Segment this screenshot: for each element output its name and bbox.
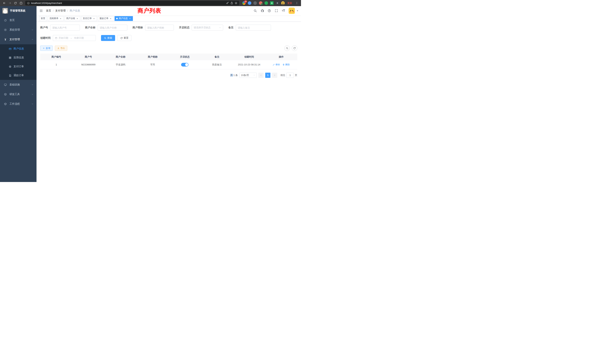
breadcrumb-home[interactable]: 首页 bbox=[46, 9, 51, 12]
sidebar-item-refund-order[interactable]: 退款订单 bbox=[0, 71, 36, 80]
remark-input-field[interactable] bbox=[238, 26, 269, 29]
export-button[interactable]: 导出 bbox=[55, 46, 67, 51]
sidebar-item-home[interactable]: 首页 bbox=[0, 15, 36, 25]
status-select[interactable]: 请选择开启状态 bbox=[192, 25, 223, 31]
bookmark-star-icon[interactable] bbox=[235, 2, 237, 4]
browser-back-icon[interactable] bbox=[2, 1, 7, 6]
col-merchant-no: 商户号 bbox=[72, 54, 104, 60]
edit-link-label: 修改 bbox=[275, 63, 280, 66]
sidebar-item-pay[interactable]: 支付管理 bbox=[0, 35, 36, 44]
extension-icon-1[interactable]: 10 bbox=[242, 1, 246, 5]
extension-icon-2[interactable] bbox=[248, 1, 251, 5]
chevron-down-icon bbox=[31, 93, 33, 96]
extension-icon-5[interactable] bbox=[265, 1, 268, 5]
sidebar-item-pay-order[interactable]: 支付订单 bbox=[0, 62, 36, 71]
tab-user-group[interactable]: 用户分组 × bbox=[64, 16, 80, 21]
extension-icon-6[interactable] bbox=[270, 1, 274, 5]
avatar-caret-icon[interactable] bbox=[297, 10, 298, 11]
merchant-no-input-field[interactable] bbox=[52, 26, 78, 29]
sidebar-item-devtools[interactable]: 研发工具 bbox=[0, 89, 36, 99]
remark-input[interactable] bbox=[236, 25, 271, 31]
cell-remark: 我是备注 bbox=[201, 60, 233, 69]
field-label: 商户号 bbox=[40, 26, 50, 29]
chevron-down-icon bbox=[219, 26, 221, 29]
browser-update-button[interactable]: 更新 bbox=[287, 1, 292, 5]
cell-create-time: 2021-10-23 08:31:14 bbox=[233, 60, 265, 69]
site-info-icon[interactable] bbox=[27, 2, 30, 4]
cell-full-name: 芋道源码 bbox=[105, 60, 137, 69]
delete-link[interactable]: 删除 bbox=[282, 63, 290, 66]
grid-icon bbox=[9, 56, 11, 59]
table-header-row: 商户编号 商户号 商户全称 商户简称 开启状态 备注 创建时间 操作 bbox=[40, 54, 297, 60]
tab-process-form[interactable]: 流程表单 × bbox=[48, 16, 64, 21]
full-name-input-field[interactable] bbox=[100, 26, 125, 29]
col-actions: 操作 bbox=[265, 54, 297, 60]
sidebar-item-workflow[interactable]: 工作流程 bbox=[0, 99, 36, 109]
close-icon[interactable]: × bbox=[129, 17, 131, 20]
page-size-select[interactable]: 10条/页 bbox=[239, 73, 257, 78]
sidebar-item-label: 研发工具 bbox=[10, 93, 20, 96]
status-toggle[interactable] bbox=[181, 63, 189, 66]
github-icon[interactable] bbox=[259, 7, 265, 14]
fullscreen-icon[interactable] bbox=[273, 7, 279, 14]
field-label: 商户全称 bbox=[85, 26, 98, 29]
goto-page-input[interactable] bbox=[286, 73, 294, 78]
close-icon[interactable]: × bbox=[93, 17, 95, 20]
tab-home[interactable]: 首页 bbox=[39, 16, 47, 21]
prev-page-button[interactable] bbox=[258, 73, 264, 78]
merchant-no-input[interactable] bbox=[50, 25, 80, 31]
sidebar-item-label: 工作流程 bbox=[10, 102, 20, 106]
browser-reload-icon[interactable] bbox=[13, 1, 18, 6]
sidebar-logo[interactable]: 芋道管理系统 bbox=[0, 6, 36, 15]
close-icon[interactable]: × bbox=[109, 17, 112, 20]
monitor-icon bbox=[4, 83, 7, 86]
password-key-icon[interactable] bbox=[226, 2, 229, 4]
date-range-picker[interactable]: 开始日期 - 结束日期 bbox=[53, 35, 96, 41]
full-name-input[interactable] bbox=[98, 25, 127, 31]
extension-icon-8[interactable] bbox=[281, 1, 285, 5]
tab-refund-order[interactable]: 退款订单 × bbox=[98, 16, 114, 21]
extension-icon-7[interactable] bbox=[276, 1, 279, 5]
sidebar-item-label: 支付订单 bbox=[13, 65, 24, 68]
tab-merchant-info[interactable]: 商户信息 × bbox=[115, 16, 133, 21]
table-row: 1 M233666999 芋道源码 芋艿 我是备注 2021-10-23 08:… bbox=[40, 60, 297, 69]
page-content: 商户号 商户全称 商户简称 bbox=[36, 22, 301, 182]
browser-home-icon[interactable] bbox=[19, 1, 23, 6]
edit-link[interactable]: 修改 bbox=[273, 63, 280, 66]
refresh-button[interactable] bbox=[292, 45, 297, 51]
search-form-row-2: 创建时间 开始日期 - 结束日期 搜索 重置 bbox=[40, 35, 297, 41]
user-avatar[interactable] bbox=[289, 8, 295, 14]
sidebar-item-system[interactable]: 系统管理 bbox=[0, 25, 36, 35]
close-icon[interactable]: × bbox=[59, 17, 62, 20]
export-button-label: 导出 bbox=[60, 47, 65, 50]
sidebar-item-app-info[interactable]: 应用信息 bbox=[0, 53, 36, 62]
share-icon[interactable] bbox=[230, 2, 233, 4]
search-button[interactable]: 搜索 bbox=[101, 35, 115, 41]
browser-menu-icon[interactable] bbox=[294, 1, 299, 6]
reset-button[interactable]: 重置 bbox=[117, 35, 131, 41]
short-name-input[interactable] bbox=[145, 25, 174, 31]
add-button[interactable]: 新增 bbox=[40, 46, 53, 51]
sidebar-item-infra[interactable]: 基础设施 bbox=[0, 80, 36, 89]
delete-link-label: 删除 bbox=[285, 63, 290, 66]
date-separator: - bbox=[69, 37, 73, 40]
browser-forward-icon[interactable] bbox=[7, 1, 12, 6]
box-icon bbox=[4, 103, 7, 106]
breadcrumb-pay[interactable]: 支付管理 bbox=[55, 9, 66, 12]
close-icon[interactable]: × bbox=[76, 17, 79, 20]
extension-icon-3[interactable] bbox=[253, 1, 257, 5]
short-name-input-field[interactable] bbox=[147, 26, 172, 29]
hamburger-icon[interactable] bbox=[39, 9, 43, 13]
font-size-icon[interactable]: TT bbox=[280, 7, 286, 14]
address-bar[interactable]: localhost:1024/pay/merchant bbox=[25, 1, 239, 5]
extension-icon-4[interactable] bbox=[259, 1, 262, 5]
merchant-table: 商户编号 商户号 商户全称 商户简称 开启状态 备注 创建时间 操作 1 M23… bbox=[40, 54, 297, 69]
next-page-button[interactable] bbox=[272, 73, 277, 78]
search-icon[interactable] bbox=[252, 7, 258, 14]
toggle-search-button[interactable] bbox=[284, 45, 290, 51]
sidebar-item-merchant-info[interactable]: 商户信息 bbox=[0, 44, 36, 53]
sidebar-item-label: 系统管理 bbox=[10, 28, 20, 32]
help-icon[interactable] bbox=[266, 7, 272, 14]
tab-pay-order[interactable]: 支付订单 × bbox=[81, 16, 97, 21]
page-number-button[interactable]: 1 bbox=[265, 73, 270, 78]
